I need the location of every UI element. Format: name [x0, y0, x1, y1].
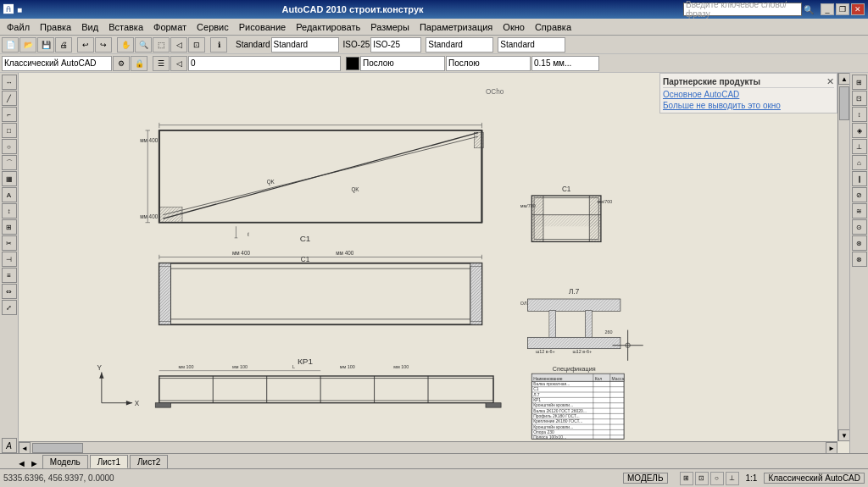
rt-btn3[interactable]: ↕ [852, 107, 867, 122]
tb-redo[interactable]: ↪ [95, 37, 112, 53]
horizontal-scrollbar[interactable]: ◄ ► [19, 441, 837, 453]
menu-dimension[interactable]: Размеры [365, 20, 415, 34]
scroll-thumb-h[interactable] [32, 443, 83, 453]
partner-autocad-link[interactable]: Основное AutoCAD [663, 90, 834, 99]
rt-btn7[interactable]: ∥ [852, 171, 867, 186]
search-icon[interactable]: 🔍 [804, 5, 814, 14]
rt-btn6[interactable]: ⌂ [852, 155, 867, 170]
scroll-down-btn[interactable]: ▼ [838, 429, 849, 441]
lt-hatch[interactable]: ▦ [2, 171, 17, 186]
menu-tools[interactable]: Сервис [192, 20, 234, 34]
menu-modify[interactable]: Редактировать [291, 20, 365, 34]
snap-btn4[interactable]: ⊥ [726, 472, 739, 485]
tb-zoom-prev[interactable]: ◁ [170, 37, 187, 53]
tb-save[interactable]: 💾 [37, 37, 54, 53]
lt-polyline[interactable]: ⌐ [2, 107, 17, 122]
snap-btn3[interactable]: ○ [710, 472, 724, 485]
vertical-scrollbar[interactable]: ▲ ▼ [837, 73, 849, 441]
tab-nav-right[interactable]: ► [30, 458, 39, 468]
rt-btn1[interactable]: ⊞ [852, 75, 867, 90]
scroll-track-h[interactable] [31, 442, 826, 453]
layer-manager-btn[interactable]: ☰ [153, 56, 170, 71]
svg-text:OCho: OCho [486, 88, 504, 96]
tab-sheet1[interactable]: Лист1 [90, 455, 128, 468]
linetype-dropdown[interactable]: Послою [446, 56, 531, 71]
snap-btn2[interactable]: ⊡ [695, 472, 709, 485]
lt-dim[interactable]: ↕ [2, 203, 17, 219]
rt-btn11[interactable]: ⊛ [852, 235, 867, 251]
tab-nav-left[interactable]: ◄ [17, 458, 26, 468]
workspace-status[interactable]: Классический AutoCAD [764, 473, 865, 484]
lt-scale[interactable]: ⤢ [2, 300, 17, 315]
lt-mirror[interactable]: ⇔ [2, 284, 17, 299]
tb-print[interactable]: 🖨 [55, 37, 72, 53]
lt-copy[interactable]: ⊞ [2, 219, 17, 235]
menu-parametric[interactable]: Параметризация [415, 20, 498, 34]
tb-zoom-window[interactable]: ⬚ [153, 37, 170, 53]
lt-line[interactable]: ╱ [2, 91, 17, 106]
menu-format[interactable]: Формат [148, 20, 192, 34]
menu-draw[interactable]: Рисование [234, 20, 291, 34]
menu-file[interactable]: Файл [2, 20, 35, 34]
tb-ws-btn1[interactable]: ⚙ [113, 56, 130, 71]
rt-btn5[interactable]: ⊥ [852, 139, 867, 154]
menu-insert[interactable]: Вставка [103, 20, 148, 34]
rt-btn10[interactable]: ⊙ [852, 219, 867, 235]
tab-model[interactable]: Модель [42, 455, 88, 468]
tb-open[interactable]: 📂 [19, 37, 36, 53]
snap-btn1[interactable]: ⊞ [680, 472, 693, 485]
menu-view[interactable]: Вид [76, 20, 103, 34]
lt-extend[interactable]: ⊣ [2, 252, 17, 267]
dim-style-dropdown[interactable]: ISO-25 [370, 37, 421, 53]
lt-trim[interactable]: ✂ [2, 235, 17, 251]
toolbar-workspace: Классический AutoCAD ⚙ 🔒 ☰ ◁ 0 Послою По… [0, 54, 868, 73]
workspace-dropdown[interactable]: Классический AutoCAD [2, 56, 112, 71]
scroll-right-btn[interactable]: ► [826, 442, 837, 453]
close-btn[interactable]: ✕ [851, 3, 865, 15]
standard3-dropdown[interactable]: Standard [498, 37, 565, 53]
rt-btn4[interactable]: ◈ [852, 123, 867, 138]
tb-zoom-ext[interactable]: ⊡ [188, 37, 205, 53]
restore-btn[interactable]: ❐ [836, 3, 849, 15]
model-label[interactable]: МОДЕЛЬ [623, 473, 667, 484]
tb-undo[interactable]: ↩ [77, 37, 94, 53]
drawing-area[interactable]: Партнерские продукты ✕ Основное AutoCAD … [19, 73, 849, 453]
lt-move[interactable]: ↔ [2, 75, 17, 90]
layer-prev-btn[interactable]: ◁ [170, 56, 187, 71]
standard2-dropdown[interactable]: Standard [426, 37, 493, 53]
text-style-dropdown[interactable]: Standard [271, 37, 339, 53]
menu-window[interactable]: Окно [498, 20, 530, 34]
minimize-btn[interactable]: _ [821, 3, 834, 15]
tab-sheet2[interactable]: Лист2 [130, 455, 168, 468]
scroll-left-btn[interactable]: ◄ [19, 442, 31, 453]
layer-dropdown[interactable]: 0 [188, 56, 341, 71]
lineweight-dropdown[interactable]: 0.15 мм... [531, 56, 599, 71]
rt-btn2[interactable]: ⊡ [852, 91, 867, 106]
tb-pan[interactable]: ✋ [117, 37, 134, 53]
drawing-canvas[interactable]: С1 мм 400 мм 400 ℓ QK QK [19, 73, 837, 441]
lt-rect[interactable]: □ [2, 123, 17, 138]
lt-arc[interactable]: ⌒ [2, 155, 17, 170]
rt-btn8[interactable]: ⊘ [852, 187, 867, 202]
color-swatch[interactable] [346, 57, 359, 70]
tb-new[interactable]: 📄 [2, 37, 19, 53]
scroll-up-btn[interactable]: ▲ [838, 73, 849, 85]
scroll-track-v[interactable] [838, 85, 849, 429]
tb-zoom[interactable]: 🔍 [135, 37, 152, 53]
menu-edit[interactable]: Правка [35, 20, 76, 34]
svg-text:Кронштейн кровли...: Кронштейн кровли... [533, 402, 573, 407]
title-menu-file[interactable]: ■ [17, 5, 22, 14]
search-box[interactable]: Введите ключевое слово/фразу [683, 3, 802, 16]
lt-text[interactable]: A [2, 187, 17, 202]
rt-btn9[interactable]: ≋ [852, 203, 867, 219]
partner-panel-close[interactable]: ✕ [826, 76, 834, 87]
rt-btn12[interactable]: ⊗ [852, 252, 867, 267]
lt-circle[interactable]: ○ [2, 139, 17, 154]
tb-properties[interactable]: ℹ [210, 37, 227, 53]
menu-help[interactable]: Справка [530, 20, 576, 34]
lt-offset[interactable]: ≡ [2, 268, 17, 283]
tb-ws-btn2[interactable]: 🔒 [131, 56, 147, 71]
scroll-thumb-v[interactable] [839, 86, 849, 120]
partner-hide-link[interactable]: Больше не выводить это окно [663, 101, 834, 110]
color-dropdown[interactable]: Послою [360, 56, 445, 71]
